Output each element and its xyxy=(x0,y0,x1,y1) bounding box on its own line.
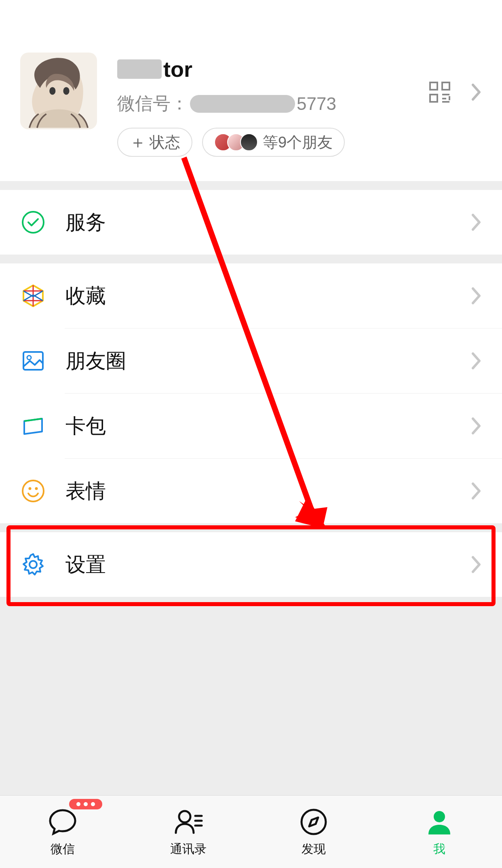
svg-point-14 xyxy=(29,487,32,490)
tab-label: 微信 xyxy=(51,841,75,857)
services-icon xyxy=(20,209,46,235)
username: tor xyxy=(117,57,482,82)
svg-point-13 xyxy=(23,480,44,501)
settings-icon xyxy=(20,552,46,577)
menu-label: 服务 xyxy=(65,209,471,236)
menu-item-settings[interactable]: 设置 xyxy=(0,532,502,597)
svg-point-22 xyxy=(434,811,445,822)
tab-me[interactable]: 我 xyxy=(377,796,502,868)
svg-rect-5 xyxy=(430,95,437,102)
notification-badge xyxy=(69,799,102,809)
tab-contacts[interactable]: 通讯录 xyxy=(126,796,251,868)
svg-rect-3 xyxy=(430,82,437,90)
chevron-right-icon xyxy=(471,352,482,370)
menu-label: 朋友圈 xyxy=(65,348,471,375)
chevron-right-icon xyxy=(471,287,482,305)
qr-code-icon[interactable] xyxy=(428,81,451,103)
redacted-text xyxy=(190,95,295,113)
chevron-right-icon xyxy=(471,213,482,231)
tab-discover[interactable]: 发现 xyxy=(251,796,377,868)
tab-label: 发现 xyxy=(302,841,326,857)
menu-item-services[interactable]: 服务 xyxy=(0,190,502,255)
me-icon xyxy=(424,806,455,838)
svg-point-15 xyxy=(35,487,38,490)
menu-label: 收藏 xyxy=(65,282,471,310)
discover-icon xyxy=(298,806,329,838)
chevron-right-icon xyxy=(471,556,482,573)
svg-point-2 xyxy=(63,87,69,95)
tab-wechat[interactable]: 微信 xyxy=(0,796,126,868)
svg-point-21 xyxy=(302,810,326,834)
redacted-text xyxy=(117,59,162,79)
svg-point-16 xyxy=(30,561,37,568)
profile-header[interactable]: tor 微信号： 5773 ＋ 状态 等9个朋友 xyxy=(0,0,502,181)
plus-icon: ＋ xyxy=(129,131,146,154)
status-button[interactable]: ＋ 状态 xyxy=(117,128,192,157)
svg-rect-4 xyxy=(442,82,449,90)
menu-item-stickers[interactable]: 表情 xyxy=(0,459,502,523)
contacts-icon xyxy=(173,806,204,838)
stickers-icon xyxy=(20,478,46,504)
menu-item-cards[interactable]: 卡包 xyxy=(0,394,502,458)
menu-item-favorites[interactable]: 收藏 xyxy=(0,263,502,328)
friend-avatars xyxy=(214,133,258,151)
avatar[interactable] xyxy=(20,53,97,129)
tab-label: 通讯录 xyxy=(170,841,207,857)
wechat-id-row: 微信号： 5773 xyxy=(117,92,482,116)
svg-point-12 xyxy=(27,356,31,360)
friends-status-button[interactable]: 等9个朋友 xyxy=(202,128,345,157)
menu-item-moments[interactable]: 朋友圈 xyxy=(0,329,502,393)
cards-icon xyxy=(20,413,46,439)
menu-label: 设置 xyxy=(65,551,471,578)
chevron-right-icon xyxy=(471,417,482,435)
svg-point-17 xyxy=(179,811,190,822)
menu-label: 卡包 xyxy=(65,413,471,440)
favorites-icon xyxy=(20,283,46,309)
chevron-right-icon xyxy=(471,482,482,500)
tab-label: 我 xyxy=(433,841,445,857)
tab-bar: 微信 通讯录 发现 我 xyxy=(0,795,502,868)
svg-point-1 xyxy=(49,87,55,95)
svg-point-10 xyxy=(23,212,44,233)
moments-icon xyxy=(20,348,46,374)
menu-label: 表情 xyxy=(65,478,471,505)
chat-icon xyxy=(47,806,78,838)
chevron-right-icon xyxy=(471,83,482,101)
